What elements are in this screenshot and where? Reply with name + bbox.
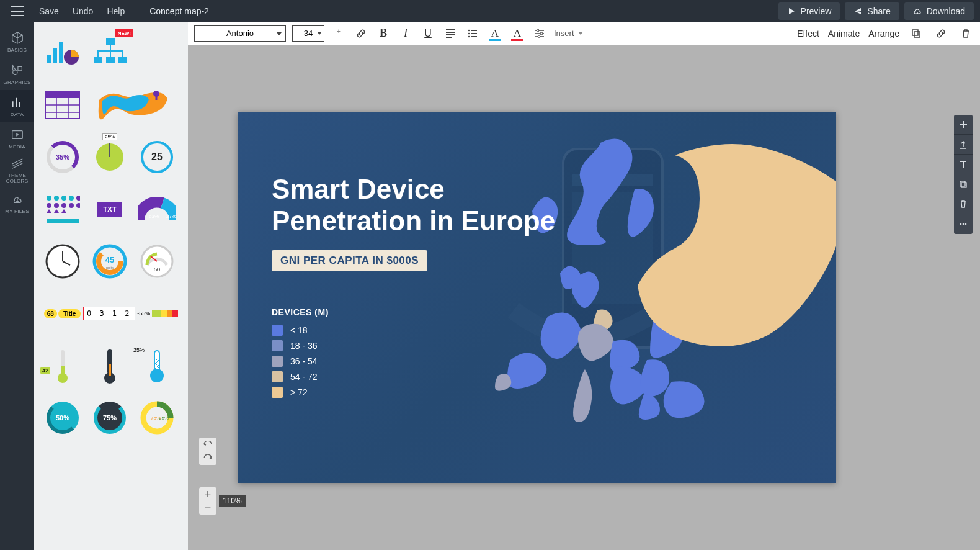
duplicate-icon[interactable] [908,25,924,42]
canvas-area[interactable]: Antonio 34 +− B I U A A Insert Effect An… [188,22,980,550]
arrange-button[interactable]: Arrange [868,29,899,38]
widget-therm-green[interactable]: 42 [43,346,82,385]
ring2-value: 75% [94,402,126,434]
svg-rect-5 [106,38,115,45]
bold-icon[interactable]: B [375,25,391,42]
widget-row-progress: 68 Title 0 3 1 2 -55% [43,294,179,333]
widget-bar-pie[interactable] [43,33,82,73]
animate-button[interactable]: Animate [828,29,860,38]
zoom-in-button[interactable]: + [199,487,216,501]
menu-icon[interactable] [0,0,34,22]
widget-pie-green[interactable]: 25% [90,137,130,177]
preview-button[interactable]: Preview [778,2,840,20]
share-button[interactable]: Share [845,2,899,20]
widget-txt-badge[interactable]: TXT [90,189,130,229]
right-toolstrip [954,115,973,234]
widget-ring-25[interactable]: 25 [137,137,177,177]
font-value: Antonio [226,29,254,38]
widget-ring-50[interactable]: 50% [43,398,82,438]
undo-canvas-button[interactable] [199,438,216,451]
widget-iconarray[interactable] [43,189,82,229]
document-title[interactable]: Concept map-2 [149,6,209,16]
svg-rect-6 [94,57,102,63]
legend-label: 36 - 54 [290,356,318,366]
widget-clock[interactable] [43,241,82,281]
widget-arc-chart[interactable]: 63% 27% [137,189,177,229]
widget-progress-pill[interactable]: 68 Title [44,309,81,318]
svg-point-14 [54,196,59,201]
line-height-icon[interactable]: +− [331,25,347,42]
italic-icon[interactable]: I [398,25,414,42]
widget-panel[interactable]: NEW! 35% 25% 25 [34,22,188,550]
widget-ring-75[interactable]: 75% [90,398,130,438]
svg-text:25%: 25% [159,415,169,421]
widget-map[interactable] [90,85,177,125]
redo-canvas-button[interactable] [199,451,216,465]
font-size-select[interactable]: 34 [292,25,324,42]
svg-point-62 [960,223,962,225]
link-icon[interactable] [353,25,369,42]
help-button[interactable]: Help [107,6,125,16]
undo-button[interactable]: Undo [73,6,93,16]
svg-text:45: 45 [105,255,114,264]
svg-point-15 [61,196,66,201]
legend-label: 54 - 72 [290,372,318,382]
widget-orgchart[interactable]: NEW! [90,33,130,73]
legend-title: DEVICES (M) [272,307,802,317]
legend-row: > 72 [272,387,802,398]
widget-therm-dark[interactable] [90,346,130,385]
underline-icon[interactable]: U [420,25,436,42]
widget-barstack[interactable]: -55% [137,310,178,317]
widget-table[interactable] [43,85,82,125]
rail-my-files[interactable]: MY FILES [0,187,34,219]
download-button[interactable]: Download [904,2,974,20]
svg-rect-42 [109,364,111,376]
slide-subtitle[interactable]: GNI PER CAPITA IN $000S [272,250,427,271]
text-color-icon[interactable]: A [487,25,503,42]
add-slide-button[interactable] [954,115,973,135]
text-highlight-icon[interactable]: A [509,25,525,42]
font-select[interactable]: Antonio [194,25,286,42]
svg-point-52 [537,29,539,32]
insert-dropdown[interactable]: Insert [554,29,583,38]
link2-icon[interactable] [933,25,949,42]
widget-speedometer[interactable]: 50 [137,241,177,281]
list-icon[interactable] [465,25,481,42]
align-icon[interactable] [442,25,458,42]
rail-data[interactable]: DATA [0,90,34,122]
legend-swatch [272,371,283,382]
svg-point-18 [47,203,51,208]
widget-donut-35[interactable]: 35% [43,137,82,177]
map-legend[interactable]: DEVICES (M) < 18 18 - 36 36 - 54 54 - 72… [272,307,802,398]
upload-button[interactable] [954,135,973,155]
zoom-out-button[interactable]: − [199,501,216,515]
delete-button[interactable] [954,194,973,214]
ring-value: 25 [141,141,173,173]
rail-basics[interactable]: BASICS [0,25,34,58]
svg-point-16 [69,196,74,201]
rail-graphics[interactable]: GRAPHICS [0,58,34,90]
rail-label: DATA [11,112,24,117]
rail-theme-colors[interactable]: THEME COLORS [0,155,34,187]
legend-label: 18 - 36 [290,341,318,351]
legend-row: < 18 [272,325,802,336]
widget-radial-45[interactable]: 45units [90,241,130,281]
progress-title: Title [58,309,81,318]
history-controls [199,438,216,465]
svg-rect-36 [172,310,178,317]
widget-therm-blue[interactable]: 25% [137,346,177,385]
copy-button[interactable] [954,174,973,194]
svg-point-63 [963,223,964,225]
widget-counter[interactable]: 0 3 1 2 [83,307,135,320]
effect-button[interactable]: Effect [797,29,819,38]
widget-ring-split[interactable]: 75%25% [137,398,177,438]
more-button[interactable] [954,214,973,234]
canvas-slide[interactable]: Smart Device Penetration in Europe GNI P… [238,112,836,483]
save-button[interactable]: Save [39,6,59,16]
text-tool-button[interactable] [954,155,973,174]
slide-title[interactable]: Smart Device Penetration in Europe [272,174,802,237]
settings-sliders-icon[interactable] [532,25,548,42]
txt-label: TXT [97,202,123,217]
rail-media[interactable]: MEDIA [0,122,34,155]
trash-icon[interactable] [958,25,974,42]
